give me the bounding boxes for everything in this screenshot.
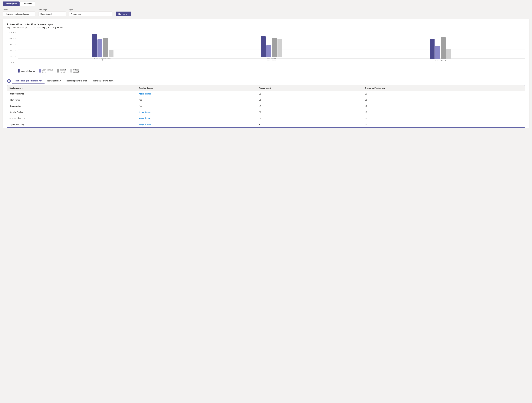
cell-change-notification-sent-1: 10 <box>363 91 525 97</box>
table-row: Hilary Reyes Yes 13 10 <box>7 97 525 103</box>
cell-required-license-2: Yes <box>137 97 257 103</box>
report-filter-group: Report Information protection license ⌄ <box>3 9 35 16</box>
cell-required-license-1: Assign license <box>137 91 257 97</box>
y-axis-left-label-0: 30k <box>7 32 12 33</box>
report-filter-chevron-icon: ⌄ <box>32 13 33 15</box>
bar-3-utilized-capacity <box>446 49 451 59</box>
col-header-required-license: Required license <box>137 85 257 91</box>
y-axis-left-label-3: 12k <box>7 50 12 51</box>
bar-group-1: Teams change notification API <box>92 34 114 62</box>
assign-license-link-5[interactable]: Assign license <box>139 117 151 119</box>
bar-3-users-without-license <box>435 46 440 59</box>
cell-change-notification-sent-3: 10 <box>363 103 525 109</box>
cell-display-name-6: Krystal McKinney <box>7 122 137 128</box>
legend-label-utilized-capacity: Utilizedcapacity <box>73 69 80 73</box>
report-filter-select[interactable]: Information protection license ⌄ <box>3 12 35 16</box>
legend-label-users-without-license: Users withoutlicense <box>42 69 53 73</box>
bar-2-users-without-license <box>266 45 271 57</box>
cell-change-notification-sent-4: 10 <box>363 109 525 115</box>
bar-group-1-bars <box>92 34 114 57</box>
col-header-change-notification-sent-label: Change notification sent <box>365 87 385 89</box>
legend-users-without-license: Users withoutlicense <box>39 69 53 73</box>
table-row: Roy Appleton Yes 12 10 <box>7 103 525 109</box>
table-row: Danielle Booker Assign license 20 10 <box>7 109 525 115</box>
tab-teams-export-apis-teams[interactable]: Teams export APIs (teams) <box>90 78 118 83</box>
table-body: Babak Shammas Assign license 12 10 Hilar… <box>7 91 525 128</box>
cell-change-notification-sent-5: 10 <box>363 115 525 122</box>
assign-license-link-4[interactable]: Assign license <box>139 111 151 113</box>
sort-arrow-display-name: ↓ <box>22 87 23 89</box>
cell-required-license-6: Assign license <box>137 122 257 128</box>
bar-group-3-label: Teams patch API <box>435 60 446 62</box>
download-tab[interactable]: Download <box>20 1 35 6</box>
chart-body: Teams change notification API Teams expo… <box>18 32 525 67</box>
table-row: Jazmine Simmons Assign license 11 10 <box>7 115 525 122</box>
y-axis-left-label-2: 18k <box>7 44 12 45</box>
apps-filter-group: Apps Archival app <box>69 9 112 16</box>
table-row: Babak Shammas Assign license 12 10 <box>7 91 525 97</box>
y-axis-right-label-4: 100 <box>13 56 18 57</box>
report-filter-label: Report <box>3 9 35 11</box>
legend-label-seeded-capacity: Seededcapacity <box>60 69 66 73</box>
chart-legend: Users with license Users withoutlicense … <box>18 69 525 73</box>
bar-group-3-bars <box>430 37 451 59</box>
tab-teams-export-apis-chat[interactable]: Teams export APIs (chat) <box>64 78 90 83</box>
legend-swatch-seeded-capacity <box>57 69 59 72</box>
cell-attempt-count-5: 11 <box>257 115 363 122</box>
y-axis-left-label-1: 24k <box>7 38 12 39</box>
tab-teams-patch-api[interactable]: Teams patch API <box>44 78 64 83</box>
report-meta: Aug 7, 2021 11:59 am (PT) | Date range: … <box>7 27 525 29</box>
cell-attempt-count-4: 20 <box>257 109 363 115</box>
report-card: Information protection license report Au… <box>3 19 529 128</box>
assign-license-link-1[interactable]: Assign license <box>139 93 151 95</box>
bar-group-2: Teams export API(chat + teams) <box>261 36 282 62</box>
assign-license-link-6[interactable]: Assign license <box>139 123 151 125</box>
y-axis-right: 500 400 300 200 100 0 <box>13 32 18 63</box>
apps-filter-label: Apps <box>69 9 112 11</box>
y-axis-right-label-1: 400 <box>13 38 18 39</box>
col-header-attempt-count: Attempt count <box>257 85 363 91</box>
bar-1-seeded-capacity <box>103 38 108 57</box>
cell-display-name-3: Roy Appleton <box>7 103 137 109</box>
col-header-display-name[interactable]: Display name ↓ <box>7 85 137 91</box>
tab-teams-change-notification-api[interactable]: Teams change notification API <box>12 78 44 83</box>
legend-swatch-users-without-license <box>39 69 41 72</box>
apps-filter-value: Archival app <box>71 13 81 15</box>
apps-filter-select[interactable]: Archival app <box>69 12 112 16</box>
bar-2-users-with-license <box>261 36 266 57</box>
cell-required-license-3: Yes <box>137 103 257 109</box>
bar-2-utilized-capacity <box>278 39 282 57</box>
date-range-filter-select[interactable]: Current month <box>38 12 66 16</box>
legend-label-users-with-license: Users with license <box>21 70 35 72</box>
date-range-filter-group: Date range Current month <box>38 9 66 16</box>
view-reports-tab[interactable]: View reports <box>3 1 19 6</box>
bar-group-2-label: Teams export API(chat + teams) <box>266 58 277 62</box>
data-tabs-row: 10 Teams change notification API Teams p… <box>7 76 525 83</box>
legend-users-with-license: Users with license <box>18 69 35 73</box>
cell-display-name-5: Jazmine Simmons <box>7 115 137 122</box>
y-axis-right-label-2: 300 <box>13 44 18 45</box>
data-tab-badge: 10 <box>7 79 11 83</box>
cell-required-license-4: Assign license <box>137 109 257 115</box>
legend-utilized-capacity: Utilizedcapacity <box>70 69 80 73</box>
run-report-button[interactable]: Run report <box>116 12 131 16</box>
y-axis-right-label-5: 0 <box>13 62 18 63</box>
legend-swatch-users-with-license <box>18 69 19 72</box>
y-axis-left-label-4: 6k <box>7 56 12 57</box>
cell-required-license-5: Assign license <box>137 115 257 122</box>
report-title: Information protection license report <box>7 23 525 26</box>
cell-change-notification-sent-6: 10 <box>363 122 525 128</box>
bar-1-users-with-license <box>92 34 97 57</box>
bar-group-2-bars <box>261 36 282 57</box>
cell-display-name-2: Hilary Reyes <box>7 97 137 103</box>
table-row: Krystal McKinney Assign license 4 10 <box>7 122 525 128</box>
y-axis-right-label-3: 200 <box>13 50 18 51</box>
date-range-filter-label: Date range <box>38 9 66 11</box>
data-table-wrapper: Display name ↓ Required license Attempt … <box>7 85 525 128</box>
cell-attempt-count-6: 4 <box>257 122 363 128</box>
filter-bar: Report Information protection license ⌄ … <box>0 6 532 19</box>
report-date-range-prefix: Date range: <box>32 27 41 29</box>
report-filter-value: Information protection license <box>5 13 29 15</box>
data-table: Display name ↓ Required license Attempt … <box>7 85 525 127</box>
cell-change-notification-sent-2: 10 <box>363 97 525 103</box>
